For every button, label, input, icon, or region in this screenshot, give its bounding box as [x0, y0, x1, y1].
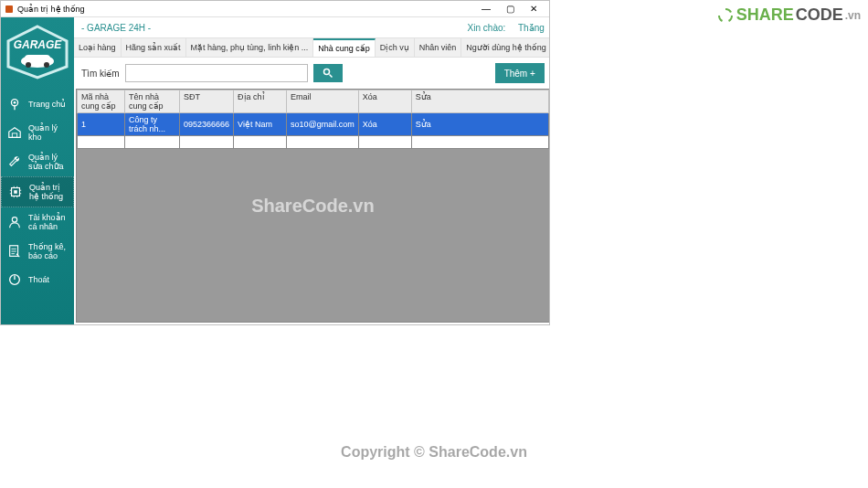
- search-button[interactable]: [313, 64, 343, 82]
- svg-rect-9: [12, 133, 16, 137]
- location-pin-icon: [6, 96, 23, 112]
- minimize-button[interactable]: —: [474, 2, 498, 16]
- svg-marker-1: [8, 27, 67, 78]
- sidebar-item-warehouse[interactable]: Quản lý kho: [1, 118, 74, 147]
- app-title: - GARAGE 24H -: [81, 23, 151, 33]
- svg-point-6: [44, 62, 49, 68]
- col-delete[interactable]: Xóa: [358, 90, 411, 113]
- sidebar-item-admin[interactable]: Quản trị hệ thống: [1, 176, 74, 207]
- app-header: - GARAGE 24H - Xin chào: Thắng: [74, 17, 549, 37]
- recycle-icon: [716, 6, 735, 25]
- data-grid[interactable]: Mã nhà cung cấp Tên nhà cung cấp SĐT Địa…: [76, 89, 549, 323]
- cell-edit[interactable]: Sửa: [411, 113, 548, 136]
- col-phone[interactable]: SĐT: [180, 90, 234, 113]
- table-row[interactable]: 1 Công ty trách nh... 0952366666 Việt Na…: [78, 113, 549, 136]
- add-button[interactable]: Thêm +: [495, 63, 545, 83]
- sidebar-item-account[interactable]: Tài khoản cá nhân: [1, 207, 74, 237]
- col-edit[interactable]: Sửa: [411, 90, 548, 113]
- tab-users[interactable]: Người dùng hệ thống: [461, 38, 549, 57]
- sidebar: GARAGE Trang chủ Quản lý kho Quản l: [1, 17, 74, 324]
- toolbar: Tìm kiếm Thêm +: [74, 58, 549, 89]
- tab-staff[interactable]: Nhân viên: [415, 38, 462, 57]
- app-icon: [5, 5, 14, 14]
- sidebar-item-exit[interactable]: Thoát: [1, 266, 74, 293]
- tabs: Loại hàng Hãng sản xuất Mặt hàng, phụ tù…: [74, 37, 549, 58]
- tab-service[interactable]: Dịch vụ: [376, 38, 415, 57]
- window-controls: — ▢ ✕: [474, 2, 545, 16]
- user-name: Thắng: [518, 23, 545, 33]
- wrench-icon: [6, 154, 23, 170]
- table-row[interactable]: [78, 136, 549, 149]
- logo-area: GARAGE: [1, 17, 74, 90]
- main-panel: - GARAGE 24H - Xin chào: Thắng Loại hàng…: [74, 17, 549, 324]
- sidebar-item-label: Quản lý sửa chữa: [28, 153, 69, 171]
- svg-rect-4: [25, 55, 50, 62]
- logo-code: CODE: [796, 5, 843, 25]
- greeting-area: Xin chào: Thắng: [468, 23, 545, 33]
- logo-share: SHARE: [736, 5, 794, 25]
- footer-watermark: Copyright © ShareCode.vn: [341, 444, 527, 461]
- chip-icon: [7, 184, 24, 200]
- warehouse-icon: [6, 124, 23, 141]
- titlebar: Quản trị hệ thống — ▢ ✕: [1, 1, 549, 17]
- grid-header-row: Mã nhà cung cấp Tên nhà cung cấp SĐT Địa…: [78, 90, 549, 113]
- sidebar-item-report[interactable]: Thống kê, báo cáo: [1, 237, 74, 266]
- cell-addr[interactable]: Việt Nam: [234, 113, 287, 136]
- cell-email[interactable]: so10@gmail.com: [287, 113, 359, 136]
- col-name[interactable]: Tên nhà cung cấp: [125, 90, 180, 113]
- svg-rect-11: [14, 190, 17, 194]
- greeting-label: Xin chào:: [468, 23, 506, 33]
- search-icon: [323, 68, 333, 79]
- search-label: Tìm kiếm: [81, 69, 120, 79]
- svg-point-12: [12, 217, 16, 222]
- cell-delete[interactable]: Xóa: [358, 113, 411, 136]
- close-button[interactable]: ✕: [522, 2, 545, 16]
- garage-logo: GARAGE: [5, 25, 70, 83]
- svg-text:GARAGE: GARAGE: [14, 38, 63, 51]
- search-input[interactable]: [125, 64, 308, 82]
- sidebar-item-label: Tài khoản cá nhân: [28, 213, 69, 231]
- tab-supplier[interactable]: Nhà cung cấp: [313, 38, 376, 57]
- sidebar-item-label: Thoát: [28, 275, 49, 284]
- svg-point-8: [14, 101, 16, 104]
- cell-phone[interactable]: 0952366666: [180, 113, 234, 136]
- maximize-button[interactable]: ▢: [498, 2, 522, 16]
- tab-manufacturer[interactable]: Hãng sản xuất: [122, 38, 186, 57]
- power-icon: [6, 271, 23, 288]
- sidebar-item-home[interactable]: Trang chủ: [1, 90, 74, 118]
- sidebar-item-repair[interactable]: Quản lý sửa chữa: [1, 147, 74, 176]
- watermark-center: ShareCode.vn: [251, 196, 374, 217]
- col-id[interactable]: Mã nhà cung cấp: [78, 90, 125, 113]
- col-addr[interactable]: Địa chỉ: [234, 90, 287, 113]
- cell-name[interactable]: Công ty trách nh...: [125, 113, 180, 136]
- sidebar-item-label: Quản lý kho: [28, 123, 69, 142]
- svg-point-5: [26, 62, 31, 68]
- logo-vn: .vn: [845, 9, 861, 22]
- col-email[interactable]: Email: [287, 90, 359, 113]
- svg-rect-0: [5, 5, 13, 13]
- report-icon: [6, 243, 23, 260]
- window-title: Quản trị hệ thống: [17, 5, 85, 14]
- user-icon: [6, 214, 23, 230]
- tab-parts[interactable]: Mặt hàng, phụ tùng, linh kiện ...: [186, 38, 314, 57]
- tab-category[interactable]: Loại hàng: [74, 38, 122, 57]
- sidebar-item-label: Quản trị hệ thống: [29, 183, 68, 201]
- app-window: Quản trị hệ thống — ▢ ✕ GARAGE: [0, 0, 550, 325]
- sidebar-item-label: Thống kê, báo cáo: [28, 242, 69, 260]
- sidebar-item-label: Trang chủ: [28, 100, 66, 109]
- cell-id[interactable]: 1: [78, 113, 125, 136]
- sharecode-logo: SHARECODE.vn: [716, 5, 861, 25]
- svg-point-15: [323, 69, 329, 75]
